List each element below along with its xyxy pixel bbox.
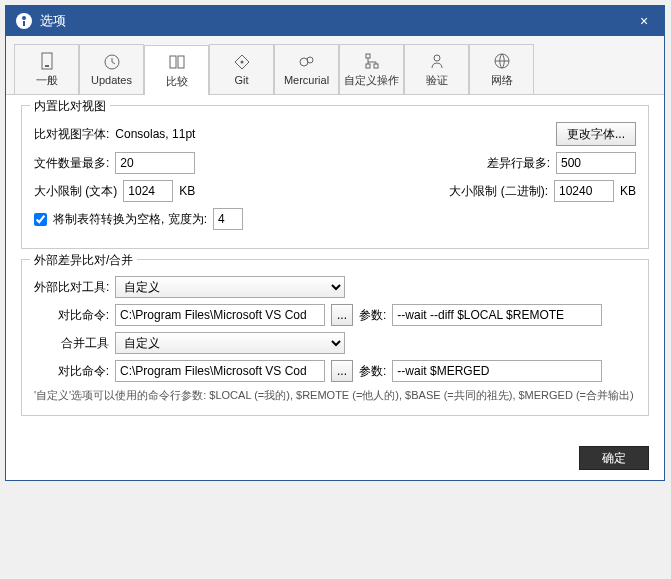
git-icon [233, 53, 251, 71]
diff-icon [168, 53, 186, 71]
tabs-to-spaces-label: 将制表符转换为空格, 宽度为: [53, 211, 207, 228]
tab-updates[interactable]: Updates [79, 44, 144, 94]
ok-button[interactable]: 确定 [579, 446, 649, 470]
options-dialog: 选项 × 一般 Updates 比较 Git Mercurial 自定义操作 [5, 5, 665, 481]
tab-label: Updates [91, 74, 132, 86]
tab-bar: 一般 Updates 比较 Git Mercurial 自定义操作 验证 网络 [6, 36, 664, 95]
size-bin-input[interactable] [554, 180, 614, 202]
tabs-width-input[interactable] [213, 208, 243, 230]
group-title: 外部差异比对/合并 [30, 252, 137, 269]
max-files-label: 文件数量最多: [34, 155, 109, 172]
updates-icon [103, 53, 121, 71]
tab-label: 比较 [166, 74, 188, 89]
tab-diff[interactable]: 比较 [144, 45, 209, 95]
app-icon [16, 13, 32, 29]
titlebar: 选项 × [6, 6, 664, 36]
content-area: 内置比对视图 比对视图字体: Consolas, 11pt 更改字体... 文件… [6, 95, 664, 436]
diff-browse-button[interactable]: ... [331, 304, 353, 326]
svg-point-11 [434, 55, 440, 61]
general-icon [38, 52, 56, 70]
tab-auth[interactable]: 验证 [404, 44, 469, 94]
size-text-unit: KB [179, 184, 195, 198]
merge-args-input[interactable] [392, 360, 602, 382]
tab-label: Git [234, 74, 248, 86]
change-font-button[interactable]: 更改字体... [556, 122, 636, 146]
window-title: 选项 [40, 12, 634, 30]
tab-custom-actions[interactable]: 自定义操作 [339, 44, 404, 94]
tab-general[interactable]: 一般 [14, 44, 79, 94]
args-hint: '自定义'选项可以使用的命令行参数: $LOCAL (=我的), $REMOTE… [34, 388, 636, 403]
dialog-footer: 确定 [6, 436, 664, 480]
tab-label: 自定义操作 [344, 73, 399, 88]
network-icon [493, 52, 511, 70]
diff-cmd-label: 对比命令: [34, 307, 109, 324]
builtin-diff-group: 内置比对视图 比对视图字体: Consolas, 11pt 更改字体... 文件… [21, 105, 649, 249]
group-title: 内置比对视图 [30, 98, 110, 115]
size-text-input[interactable] [123, 180, 173, 202]
mercurial-icon [298, 53, 316, 71]
svg-rect-8 [366, 54, 370, 58]
tab-label: 一般 [36, 73, 58, 88]
svg-rect-10 [374, 64, 378, 68]
tab-label: Mercurial [284, 74, 329, 86]
tab-mercurial[interactable]: Mercurial [274, 44, 339, 94]
tabs-to-spaces-checkbox[interactable] [34, 213, 47, 226]
merge-cmd-input[interactable] [115, 360, 325, 382]
diff-args-label: 参数: [359, 307, 386, 324]
svg-rect-1 [45, 65, 49, 67]
size-bin-unit: KB [620, 184, 636, 198]
tab-network[interactable]: 网络 [469, 44, 534, 94]
max-files-input[interactable] [115, 152, 195, 174]
custom-actions-icon [363, 52, 381, 70]
tab-git[interactable]: Git [209, 44, 274, 94]
merge-browse-button[interactable]: ... [331, 360, 353, 382]
max-diff-lines-input[interactable] [556, 152, 636, 174]
diff-cmd-input[interactable] [115, 304, 325, 326]
size-bin-label: 大小限制 (二进制): [449, 183, 548, 200]
merge-tool-select[interactable]: 自定义 [115, 332, 345, 354]
svg-rect-9 [366, 64, 370, 68]
size-text-label: 大小限制 (文本) [34, 183, 117, 200]
auth-icon [428, 52, 446, 70]
tab-label: 网络 [491, 73, 513, 88]
max-diff-lines-label: 差异行最多: [487, 155, 550, 172]
merge-args-label: 参数: [359, 363, 386, 380]
font-label: 比对视图字体: [34, 126, 109, 143]
merge-cmd-label: 对比命令: [34, 363, 109, 380]
diff-tool-label: 外部比对工具: [34, 279, 109, 296]
merge-tool-label: 合并工具 [34, 335, 109, 352]
diff-args-input[interactable] [392, 304, 602, 326]
svg-rect-3 [170, 56, 176, 68]
external-diff-group: 外部差异比对/合并 外部比对工具: 自定义 对比命令: ... 参数: 合并工具… [21, 259, 649, 416]
font-value: Consolas, 11pt [115, 127, 195, 141]
svg-rect-4 [178, 56, 184, 68]
svg-point-5 [240, 61, 243, 64]
diff-tool-select[interactable]: 自定义 [115, 276, 345, 298]
close-icon[interactable]: × [634, 13, 654, 29]
tab-label: 验证 [426, 73, 448, 88]
